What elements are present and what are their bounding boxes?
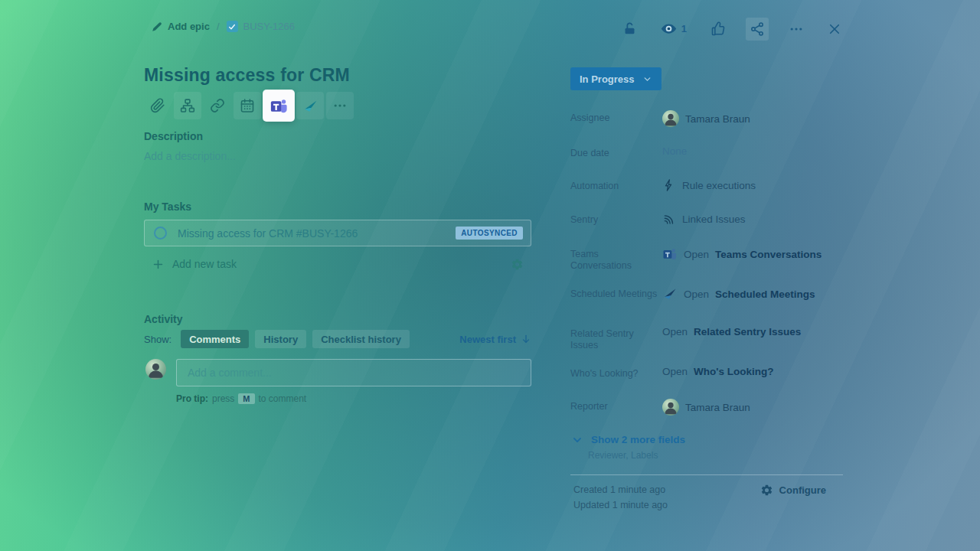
sort-order-button[interactable]: Newest first [459,334,531,345]
whos-looking-value[interactable]: Open Who's Looking? [662,366,773,377]
task-title: Missing access for CRM #BUSY-1266 [178,227,456,240]
field-related-sentry-issues: Related Sentry Issues Open Related Sentr… [570,326,843,351]
plus-icon [152,259,164,270]
subtask-icon [180,98,195,113]
attach-button[interactable] [144,92,172,119]
field-label: Assignee [570,110,662,124]
scheduled-meetings-value[interactable]: Open Scheduled Meetings [662,286,815,302]
open-prefix: Open [662,366,688,377]
status-dropdown[interactable]: In Progress [570,67,662,90]
reporter-name: Tamara Braun [685,402,750,413]
filter-comments[interactable]: Comments [181,330,249,348]
field-label: Sentry [570,212,662,226]
toolbar-more-button[interactable] [326,92,354,119]
lightning-icon [662,178,676,192]
filter-checklist-history[interactable]: Checklist history [312,330,410,348]
field-automation: Automation Rule executions [570,178,843,192]
tasks-settings-button[interactable] [511,258,524,271]
field-label: Scheduled Meetings [570,286,662,300]
link-icon [210,98,225,113]
field-label: Teams Conversations [570,246,662,272]
calendar-icon [240,98,255,113]
open-prefix: Open [662,326,688,337]
field-label: Who's Looking? [570,366,662,380]
issue-sidebar: In Progress Assignee Tamara Braun Due da… [570,0,843,551]
show-more-fields-button[interactable]: Show 2 more fields [572,434,685,445]
open-prefix: Open [684,249,709,260]
teams-icon [662,246,678,262]
task-checkbox[interactable] [154,227,167,240]
pro-tip-suffix: to comment [259,393,307,404]
add-task-row: Add new task [144,254,531,274]
field-reporter: Reporter Tamara Braun [570,399,843,416]
page-title: Missing access for CRM [144,65,350,86]
comment-row: Add a comment... [145,359,531,386]
sentry-value[interactable]: Linked Issues [662,212,746,226]
teams-conversations-value[interactable]: Open Teams Conversations [662,246,822,262]
reporter-avatar [662,399,679,416]
sentry-link: Linked Issues [682,214,746,225]
issue-main-column: Missing access for CRM Description Add a… [144,0,531,551]
show-more-fields-label: Show 2 more fields [591,434,685,445]
automation-link: Rule executions [682,180,756,191]
add-new-task-label: Add new task [172,258,237,270]
link-issue-button[interactable] [204,92,231,119]
scheduled-meetings-link: Scheduled Meetings [715,289,815,300]
field-label: Automation [570,178,662,192]
description-heading: Description [144,130,203,142]
field-scheduled-meetings: Scheduled Meetings Open Scheduled Meetin… [570,286,843,302]
keyboard-shortcut-m: M [238,393,254,404]
filter-history[interactable]: History [255,330,306,348]
open-prefix: Open [684,289,709,300]
assignee-name: Tamara Braun [685,113,750,125]
pro-tip-prefix: Pro tip: [176,393,208,404]
gear-icon [760,484,773,497]
related-sentry-link: Related Sentry Issues [694,326,801,337]
meeting-kite-icon [662,286,678,302]
chevron-down-icon [642,74,652,84]
pro-tip-mid: press [212,393,234,404]
teams-conversations-link: Teams Conversations [715,249,822,260]
reporter-value[interactable]: Tamara Braun [662,399,750,416]
issue-toolbar [144,90,354,121]
configure-label: Configure [779,484,826,496]
chevron-down-icon [572,435,583,445]
panel-divider [570,474,843,475]
more-icon [332,98,348,113]
task-row[interactable]: Missing access for CRM #BUSY-1266 AUTOSY… [144,220,531,246]
my-tasks-heading: My Tasks [144,201,191,213]
scheduled-meetings-button[interactable] [296,92,324,119]
sort-order-label: Newest first [459,334,516,345]
field-assignee: Assignee Tamara Braun [570,110,843,127]
field-due-date: Due date None [570,145,843,159]
whos-looking-link: Who's Looking? [694,366,773,377]
pro-tip: Pro tip: press M to comment [176,393,306,404]
comment-input[interactable]: Add a comment... [176,359,531,386]
arrow-down-icon [521,334,531,344]
field-whos-looking: Who's Looking? Open Who's Looking? [570,366,843,380]
current-user-avatar [145,359,166,380]
assignee-value[interactable]: Tamara Braun [662,110,750,127]
add-subtask-button[interactable] [174,92,201,119]
teams-conversations-button[interactable] [263,90,294,121]
activity-filter-row: Show: Comments History Checklist history… [144,330,531,348]
configure-button[interactable]: Configure [760,484,826,497]
status-label: In Progress [580,73,635,85]
due-date-value[interactable]: None [662,145,687,157]
add-new-task-button[interactable]: Add new task [144,258,237,270]
sentry-icon [662,212,676,226]
created-timestamp: Created 1 minute ago [573,484,665,495]
activity-heading: Activity [144,313,183,325]
due-date-button[interactable] [234,92,261,119]
field-label: Due date [570,145,662,159]
teams-icon [270,96,289,116]
automation-value[interactable]: Rule executions [662,178,756,192]
description-placeholder[interactable]: Add a description... [144,150,236,162]
attach-icon [150,98,165,113]
autosynced-badge: AUTOSYNCED [456,227,523,240]
related-sentry-value[interactable]: Open Related Sentry Issues [662,326,801,337]
gear-icon [511,258,524,271]
field-label: Related Sentry Issues [570,326,662,351]
hidden-fields-list: Reviewer, Labels [588,450,658,461]
updated-timestamp: Updated 1 minute ago [573,500,668,510]
